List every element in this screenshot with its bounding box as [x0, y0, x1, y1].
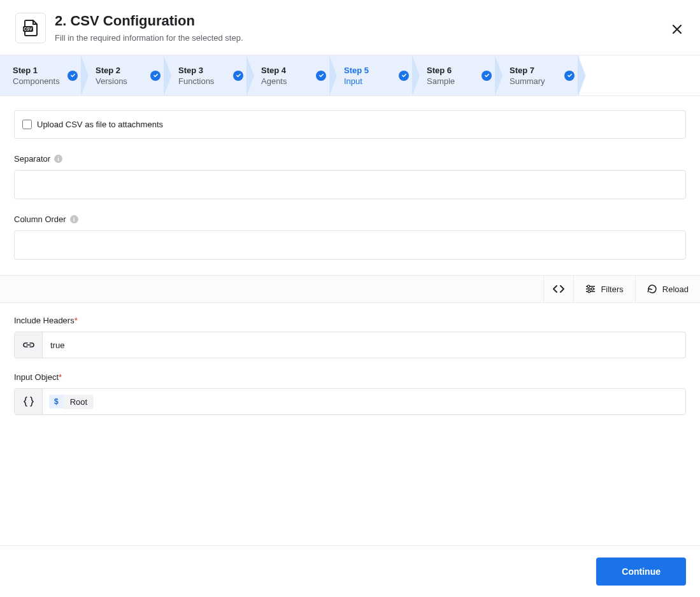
step-label: Step 3 — [178, 66, 233, 75]
info-icon[interactable]: i — [70, 215, 78, 223]
step-label: Step 1 — [13, 66, 68, 75]
check-icon — [564, 71, 575, 81]
input-object-input[interactable]: $ Root — [14, 388, 686, 415]
close-icon — [671, 23, 683, 36]
step-agents[interactable]: Step 4 Agents — [248, 55, 331, 95]
dollar-icon: $ — [49, 395, 64, 409]
check-icon — [316, 71, 326, 81]
step-sublabel: Functions — [178, 76, 233, 86]
check-icon — [482, 71, 492, 81]
continue-button[interactable]: Continue — [596, 558, 686, 586]
step-sublabel: Versions — [96, 76, 150, 86]
page-title: 2. CSV Configuration — [55, 13, 243, 29]
step-label: Step 7 — [510, 66, 564, 75]
stepper: Step 1 Components Step 2 Versions Step 3… — [0, 55, 700, 96]
step-components[interactable]: Step 1 Components — [0, 55, 83, 95]
form-lower: Include Headers* true Input Object* $ Ro… — [0, 303, 700, 415]
separator-input[interactable] — [14, 170, 686, 199]
step-label: Step 4 — [261, 66, 316, 75]
upload-csv-checkbox[interactable] — [22, 120, 32, 129]
include-headers-input[interactable]: true — [14, 332, 686, 358]
upload-csv-checkbox-row[interactable]: Upload CSV as file to attachments — [14, 110, 686, 139]
braces-icon — [15, 389, 43, 414]
code-toggle-button[interactable] — [543, 276, 573, 302]
step-sublabel: Summary — [510, 76, 564, 86]
link-icon — [15, 332, 43, 358]
input-object-chip[interactable]: $ Root — [43, 395, 94, 409]
dialog-header: CSV 2. CSV Configuration Fill in the req… — [0, 0, 700, 55]
reload-button[interactable]: Reload — [635, 276, 700, 302]
column-order-input[interactable] — [14, 230, 686, 260]
step-sublabel: Components — [13, 76, 68, 86]
csv-file-icon: CSV — [15, 13, 46, 43]
info-icon[interactable]: i — [54, 155, 62, 163]
close-button[interactable] — [671, 23, 683, 38]
check-icon — [233, 71, 243, 81]
check-icon — [68, 71, 78, 81]
column-order-label: Column Order i — [14, 214, 686, 224]
step-sublabel: Agents — [261, 76, 316, 86]
input-object-label: Input Object* — [14, 372, 686, 382]
svg-text:CSV: CSV — [24, 27, 32, 31]
step-sublabel: Input — [344, 76, 399, 86]
step-label: Step 5 — [344, 66, 399, 75]
include-headers-label: Include Headers* — [14, 316, 686, 325]
svg-point-4 — [589, 290, 591, 293]
required-indicator: * — [59, 372, 62, 382]
include-headers-value: true — [43, 341, 685, 350]
svg-point-3 — [592, 288, 594, 290]
reload-label: Reload — [662, 284, 689, 294]
svg-point-2 — [588, 285, 590, 288]
step-label: Step 6 — [427, 66, 482, 75]
toolbar: Filters Reload — [0, 275, 700, 303]
filters-button[interactable]: Filters — [573, 276, 634, 302]
upload-csv-label[interactable]: Upload CSV as file to attachments — [37, 120, 163, 129]
page-subtitle: Fill in the required information for the… — [55, 33, 243, 43]
required-indicator: * — [75, 316, 78, 325]
header-text: 2. CSV Configuration Fill in the require… — [55, 13, 243, 43]
form-upper: Upload CSV as file to attachments Separa… — [0, 96, 700, 275]
step-functions[interactable]: Step 3 Functions — [166, 55, 248, 95]
step-sample[interactable]: Step 6 Sample — [414, 55, 497, 95]
step-label: Step 2 — [96, 66, 150, 75]
separator-label: Separator i — [14, 154, 686, 164]
step-versions[interactable]: Step 2 Versions — [83, 55, 166, 95]
input-object-chip-text: Root — [64, 395, 94, 409]
reload-icon — [647, 284, 657, 294]
dialog-footer: Continue — [0, 545, 700, 597]
filters-icon — [585, 284, 596, 293]
step-summary[interactable]: Step 7 Summary — [497, 55, 580, 95]
filters-label: Filters — [601, 284, 623, 294]
step-sublabel: Sample — [427, 76, 482, 86]
check-icon — [150, 71, 161, 81]
step-input[interactable]: Step 5 Input — [331, 55, 414, 95]
check-icon — [399, 71, 409, 81]
code-icon — [553, 284, 564, 293]
